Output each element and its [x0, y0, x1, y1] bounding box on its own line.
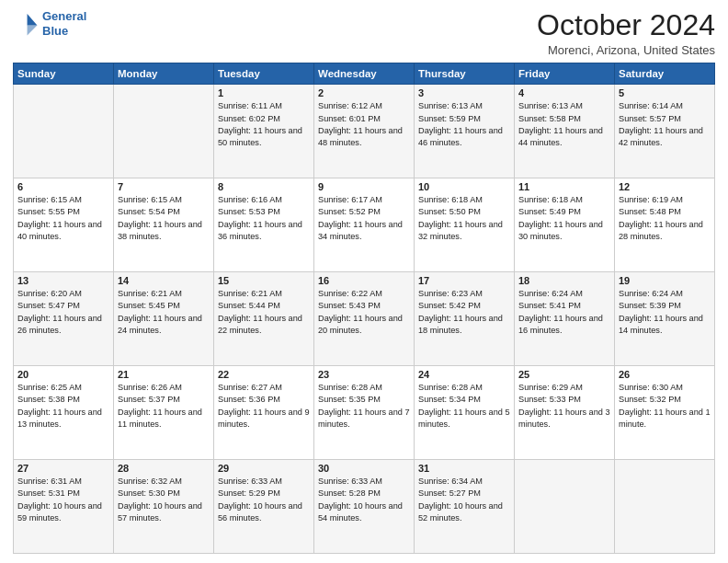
day-number: 14	[118, 275, 210, 286]
day-info: Sunrise: 6:27 AM Sunset: 5:36 PM Dayligh…	[218, 382, 310, 431]
calendar-day-header: Monday	[114, 63, 214, 85]
calendar-cell: 22Sunrise: 6:27 AM Sunset: 5:36 PM Dayli…	[214, 366, 314, 460]
calendar-cell: 7Sunrise: 6:15 AM Sunset: 5:54 PM Daylig…	[114, 178, 214, 272]
day-number: 6	[17, 181, 109, 192]
calendar-cell: 10Sunrise: 6:18 AM Sunset: 5:50 PM Dayli…	[415, 178, 515, 272]
calendar-day-header: Wednesday	[314, 63, 415, 85]
calendar-cell: 1Sunrise: 6:11 AM Sunset: 6:02 PM Daylig…	[214, 85, 314, 178]
day-info: Sunrise: 6:15 AM Sunset: 5:55 PM Dayligh…	[17, 194, 109, 243]
day-info: Sunrise: 6:21 AM Sunset: 5:44 PM Dayligh…	[218, 288, 310, 337]
calendar-day-header: Friday	[515, 63, 615, 85]
day-info: Sunrise: 6:30 AM Sunset: 5:32 PM Dayligh…	[619, 382, 711, 431]
logo-icon	[13, 11, 39, 37]
day-number: 26	[619, 369, 711, 380]
calendar-cell: 23Sunrise: 6:28 AM Sunset: 5:35 PM Dayli…	[314, 366, 415, 460]
calendar-week-row: 6Sunrise: 6:15 AM Sunset: 5:55 PM Daylig…	[14, 178, 715, 272]
calendar-day-header: Sunday	[14, 63, 114, 85]
day-info: Sunrise: 6:21 AM Sunset: 5:45 PM Dayligh…	[118, 288, 210, 337]
day-info: Sunrise: 6:33 AM Sunset: 5:28 PM Dayligh…	[318, 476, 410, 524]
day-info: Sunrise: 6:24 AM Sunset: 5:41 PM Dayligh…	[518, 288, 610, 337]
day-number: 30	[318, 463, 410, 474]
calendar-week-row: 1Sunrise: 6:11 AM Sunset: 6:02 PM Daylig…	[14, 85, 715, 178]
calendar-cell	[515, 460, 615, 554]
calendar-cell: 24Sunrise: 6:28 AM Sunset: 5:34 PM Dayli…	[415, 366, 515, 460]
calendar-cell	[114, 85, 214, 178]
day-info: Sunrise: 6:15 AM Sunset: 5:54 PM Dayligh…	[118, 194, 210, 243]
day-number: 21	[118, 369, 210, 380]
day-info: Sunrise: 6:18 AM Sunset: 5:49 PM Dayligh…	[518, 194, 610, 243]
day-number: 8	[218, 181, 310, 192]
day-number: 12	[619, 181, 711, 192]
day-info: Sunrise: 6:19 AM Sunset: 5:48 PM Dayligh…	[619, 194, 711, 243]
logo: General Blue	[13, 9, 86, 38]
header: General Blue October 2024 Morenci, Arizo…	[13, 9, 715, 57]
day-info: Sunrise: 6:16 AM Sunset: 5:53 PM Dayligh…	[218, 194, 310, 243]
day-info: Sunrise: 6:14 AM Sunset: 5:57 PM Dayligh…	[619, 100, 711, 149]
day-info: Sunrise: 6:12 AM Sunset: 6:01 PM Dayligh…	[318, 100, 410, 149]
day-info: Sunrise: 6:13 AM Sunset: 5:59 PM Dayligh…	[418, 100, 510, 149]
day-number: 2	[318, 87, 410, 98]
calendar-cell: 4Sunrise: 6:13 AM Sunset: 5:58 PM Daylig…	[515, 85, 615, 178]
calendar-cell: 21Sunrise: 6:26 AM Sunset: 5:37 PM Dayli…	[114, 366, 214, 460]
day-number: 4	[518, 87, 610, 98]
calendar-cell: 27Sunrise: 6:31 AM Sunset: 5:31 PM Dayli…	[14, 460, 114, 554]
day-info: Sunrise: 6:33 AM Sunset: 5:29 PM Dayligh…	[218, 476, 310, 524]
calendar-week-row: 20Sunrise: 6:25 AM Sunset: 5:38 PM Dayli…	[14, 366, 715, 460]
calendar-cell: 26Sunrise: 6:30 AM Sunset: 5:32 PM Dayli…	[615, 366, 715, 460]
calendar-table: SundayMondayTuesdayWednesdayThursdayFrid…	[13, 63, 715, 554]
calendar-cell: 15Sunrise: 6:21 AM Sunset: 5:44 PM Dayli…	[214, 272, 314, 366]
calendar-cell: 19Sunrise: 6:24 AM Sunset: 5:39 PM Dayli…	[615, 272, 715, 366]
subtitle: Morenci, Arizona, United States	[537, 43, 715, 57]
calendar-cell: 14Sunrise: 6:21 AM Sunset: 5:45 PM Dayli…	[114, 272, 214, 366]
svg-marker-1	[28, 25, 38, 35]
calendar-cell: 11Sunrise: 6:18 AM Sunset: 5:49 PM Dayli…	[515, 178, 615, 272]
day-number: 24	[418, 369, 510, 380]
calendar-cell: 3Sunrise: 6:13 AM Sunset: 5:59 PM Daylig…	[415, 85, 515, 178]
calendar-header-row: SundayMondayTuesdayWednesdayThursdayFrid…	[14, 63, 715, 85]
day-number: 18	[518, 275, 610, 286]
calendar-cell: 6Sunrise: 6:15 AM Sunset: 5:55 PM Daylig…	[14, 178, 114, 272]
day-number: 7	[118, 181, 210, 192]
day-number: 15	[218, 275, 310, 286]
calendar-cell: 29Sunrise: 6:33 AM Sunset: 5:29 PM Dayli…	[214, 460, 314, 554]
calendar-cell: 5Sunrise: 6:14 AM Sunset: 5:57 PM Daylig…	[615, 85, 715, 178]
calendar-cell: 16Sunrise: 6:22 AM Sunset: 5:43 PM Dayli…	[314, 272, 415, 366]
title-block: October 2024 Morenci, Arizona, United St…	[537, 9, 715, 57]
logo-line2: Blue	[42, 24, 68, 38]
day-info: Sunrise: 6:34 AM Sunset: 5:27 PM Dayligh…	[418, 476, 510, 524]
logo-line1: General	[42, 9, 86, 23]
svg-marker-0	[28, 14, 38, 25]
day-info: Sunrise: 6:24 AM Sunset: 5:39 PM Dayligh…	[619, 288, 711, 337]
calendar-cell: 2Sunrise: 6:12 AM Sunset: 6:01 PM Daylig…	[314, 85, 415, 178]
day-number: 22	[218, 369, 310, 380]
day-number: 10	[418, 181, 510, 192]
day-info: Sunrise: 6:32 AM Sunset: 5:30 PM Dayligh…	[118, 476, 210, 524]
calendar-cell: 18Sunrise: 6:24 AM Sunset: 5:41 PM Dayli…	[515, 272, 615, 366]
day-info: Sunrise: 6:13 AM Sunset: 5:58 PM Dayligh…	[518, 100, 610, 149]
calendar-cell: 30Sunrise: 6:33 AM Sunset: 5:28 PM Dayli…	[314, 460, 415, 554]
day-number: 28	[118, 463, 210, 474]
calendar-cell: 25Sunrise: 6:29 AM Sunset: 5:33 PM Dayli…	[515, 366, 615, 460]
day-info: Sunrise: 6:28 AM Sunset: 5:34 PM Dayligh…	[418, 382, 510, 431]
calendar-week-row: 27Sunrise: 6:31 AM Sunset: 5:31 PM Dayli…	[14, 460, 715, 554]
calendar-cell: 17Sunrise: 6:23 AM Sunset: 5:42 PM Dayli…	[415, 272, 515, 366]
day-number: 1	[218, 87, 310, 98]
main-title: October 2024	[537, 9, 715, 41]
calendar-day-header: Thursday	[415, 63, 515, 85]
day-number: 19	[619, 275, 711, 286]
day-info: Sunrise: 6:28 AM Sunset: 5:35 PM Dayligh…	[318, 382, 410, 431]
calendar-cell: 31Sunrise: 6:34 AM Sunset: 5:27 PM Dayli…	[415, 460, 515, 554]
calendar-cell: 8Sunrise: 6:16 AM Sunset: 5:53 PM Daylig…	[214, 178, 314, 272]
calendar-cell	[615, 460, 715, 554]
day-number: 31	[418, 463, 510, 474]
day-number: 29	[218, 463, 310, 474]
calendar-cell: 20Sunrise: 6:25 AM Sunset: 5:38 PM Dayli…	[14, 366, 114, 460]
calendar-day-header: Saturday	[615, 63, 715, 85]
day-number: 3	[418, 87, 510, 98]
calendar-week-row: 13Sunrise: 6:20 AM Sunset: 5:47 PM Dayli…	[14, 272, 715, 366]
logo-text: General Blue	[42, 9, 86, 38]
calendar-day-header: Tuesday	[214, 63, 314, 85]
day-number: 16	[318, 275, 410, 286]
day-number: 5	[619, 87, 711, 98]
day-info: Sunrise: 6:26 AM Sunset: 5:37 PM Dayligh…	[118, 382, 210, 431]
